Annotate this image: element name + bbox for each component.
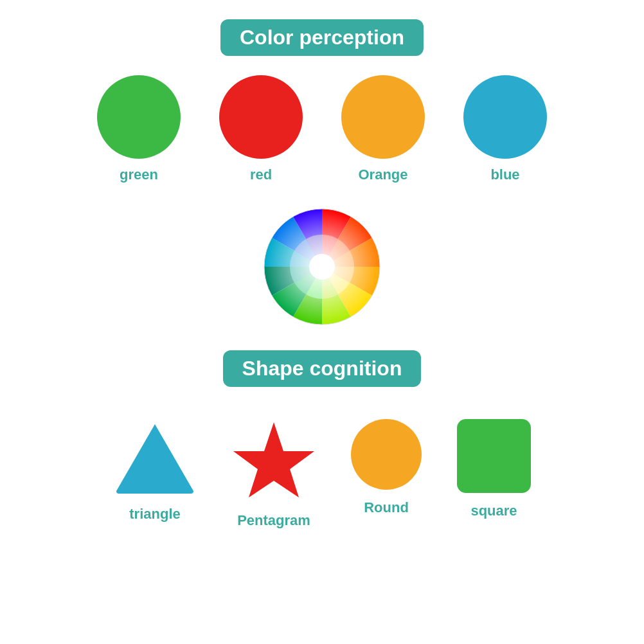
color-perception-title: Color perception [220,19,424,56]
square-shape [457,419,531,493]
orange-label: Orange [358,166,407,183]
orange-circle [341,75,425,159]
color-item-red: red [219,75,303,183]
round-label: Round [364,499,409,516]
green-label: green [120,166,158,183]
color-item-blue: blue [463,75,547,183]
round-shape [351,419,422,490]
svg-marker-4 [233,422,314,497]
shape-item-triangle: triangle [113,419,197,529]
square-label: square [470,503,517,519]
color-item-green: green [97,75,181,183]
red-circle [219,75,303,159]
star-shape [232,419,316,503]
color-item-orange: Orange [341,75,425,183]
blue-circle [463,75,547,159]
color-wheel-icon [258,202,386,331]
color-row: green red Orange blue [97,75,547,183]
shape-item-square: square [457,419,531,529]
shape-row: triangle Pentagram Round square [113,419,531,529]
pentagram-label: Pentagram [237,512,310,529]
triangle-shape [113,419,197,496]
shape-item-round: Round [351,419,422,529]
red-label: red [250,166,272,183]
svg-point-1 [309,254,335,280]
shape-cognition-title: Shape cognition [223,350,422,387]
triangle-label: triangle [129,506,180,523]
shape-item-pentagram: Pentagram [232,419,316,529]
blue-label: blue [490,166,519,183]
color-wheel-container [258,202,386,331]
green-circle [97,75,181,159]
